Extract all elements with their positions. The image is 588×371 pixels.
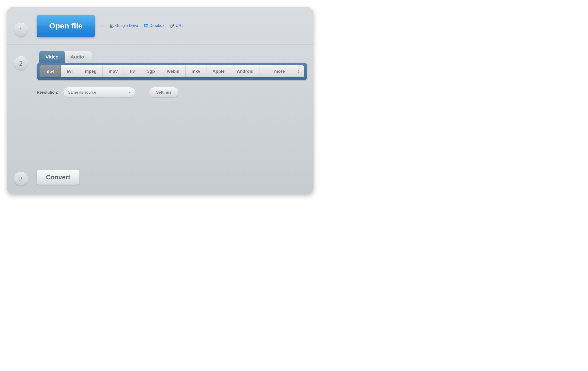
step-2-section: 2 Video Audio mp4avimpegmovflv3gpwebmmkv…: [7, 44, 314, 164]
url-link[interactable]: URL: [170, 23, 184, 28]
step-3-section: 3 Convert: [7, 164, 314, 194]
step-2-badge: 2: [14, 56, 28, 70]
resolution-label: Resolution:: [37, 90, 58, 95]
google-drive-icon: [109, 23, 114, 28]
sort-icon: [297, 69, 300, 73]
chevron-down-icon: [128, 92, 131, 93]
step-1-badge: 1: [14, 23, 28, 37]
format-mpeg[interactable]: mpeg: [79, 65, 103, 77]
format-mkv[interactable]: mkv: [186, 65, 207, 77]
format-webm[interactable]: webm: [161, 65, 186, 77]
url-label: URL: [176, 23, 184, 28]
tab-video[interactable]: Video: [39, 51, 65, 63]
dropbox-label: Dropbox: [149, 23, 164, 28]
svg-marker-3: [110, 26, 113, 28]
google-drive-link[interactable]: Google Drive: [109, 23, 138, 28]
dropbox-icon: [144, 23, 148, 28]
open-row: Open file or Google Drive: [37, 15, 307, 37]
svg-marker-4: [144, 24, 146, 25]
format-tabs-wrap: Video Audio mp4avimpegmovflv3gpwebmmkvAp…: [37, 51, 307, 80]
convert-button[interactable]: Convert: [37, 170, 79, 185]
format-apple[interactable]: Apple: [207, 65, 231, 77]
dropbox-link[interactable]: Dropbox: [144, 23, 164, 28]
tab-row: Video Audio: [37, 51, 307, 63]
google-drive-label: Google Drive: [115, 23, 138, 28]
format-3gp[interactable]: 3gp: [141, 65, 161, 77]
converter-panel: 1 Open file or Google Drive: [7, 7, 314, 194]
format-flv[interactable]: flv: [124, 65, 141, 77]
open-file-button[interactable]: Open file: [37, 15, 95, 37]
format-mov[interactable]: mov: [103, 65, 124, 77]
format-mp4[interactable]: mp4: [40, 65, 61, 77]
format-more[interactable]: more: [260, 65, 304, 77]
format-bar-outer: mp4avimpegmovflv3gpwebmmkvAppleAndroidmo…: [37, 63, 307, 80]
link-icon: [170, 23, 174, 28]
resolution-value: Same as source: [68, 90, 96, 95]
format-bar: mp4avimpegmovflv3gpwebmmkvAppleAndroidmo…: [40, 65, 304, 77]
step-3-badge: 3: [14, 172, 28, 186]
format-android[interactable]: Android: [231, 65, 260, 77]
resolution-select[interactable]: Same as source: [63, 87, 135, 98]
format-avi[interactable]: avi: [61, 65, 79, 77]
format-more-label: more: [274, 69, 285, 74]
svg-marker-5: [146, 24, 148, 25]
step-1-section: 1 Open file or Google Drive: [7, 7, 314, 44]
settings-button[interactable]: Settings: [149, 87, 178, 98]
tab-audio[interactable]: Audio: [64, 51, 92, 63]
resolution-row: Resolution: Same as source Settings: [37, 87, 307, 98]
or-text: or: [100, 24, 104, 28]
